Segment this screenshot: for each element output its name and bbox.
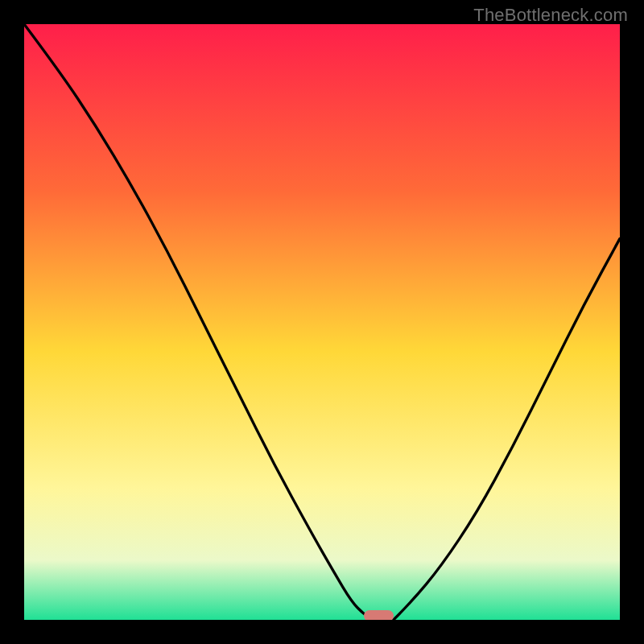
minimum-marker (364, 610, 394, 620)
curve-left-segment (24, 24, 373, 620)
chart-frame: TheBottleneck.com (0, 0, 644, 644)
plot-area (24, 24, 620, 620)
curve-right-segment (394, 238, 620, 620)
bottleneck-curve (24, 24, 620, 620)
watermark-label: TheBottleneck.com (473, 5, 628, 26)
